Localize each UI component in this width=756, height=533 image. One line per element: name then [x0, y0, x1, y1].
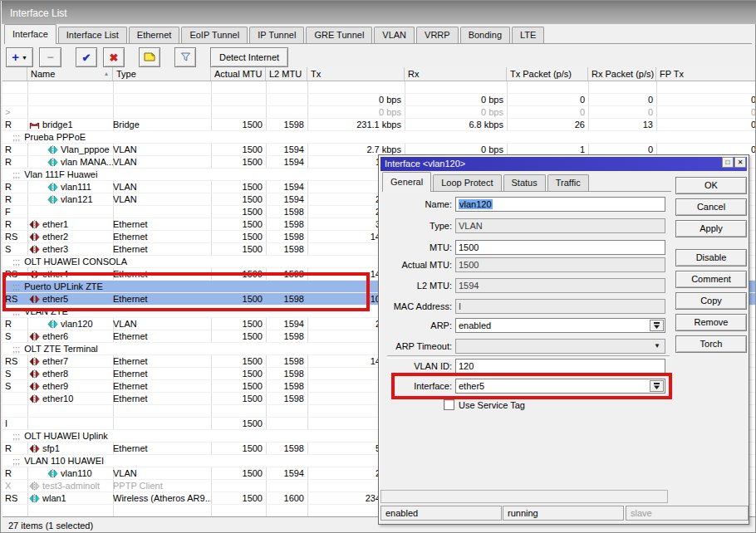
field-label-mtu: MTU: — [385, 240, 452, 255]
dropdown-button[interactable] — [650, 380, 664, 392]
apply-button[interactable]: Apply — [675, 220, 747, 237]
disable-button[interactable]: ✖ — [103, 47, 125, 67]
disable-button[interactable]: Disable — [675, 249, 747, 266]
copy-button[interactable]: Copy — [675, 292, 747, 310]
column-header-blank[interactable] — [2, 67, 27, 81]
status-slave: slave — [626, 506, 749, 521]
cell-fp_tx: 0 — [656, 119, 755, 131]
dialog-tab-traffic[interactable]: Traffic — [547, 174, 589, 191]
tab-vrrp[interactable]: VRRP — [416, 27, 459, 43]
field-vlan-id[interactable]: 120 — [455, 359, 665, 374]
cell-actual_mtu: 1500 — [211, 119, 266, 131]
ok-button[interactable]: OK — [675, 177, 747, 194]
interface-name: vlan MANA... — [61, 156, 113, 169]
field-mtu[interactable]: 1500 — [455, 240, 665, 255]
cell-actual_mtu: 1500 — [211, 231, 266, 243]
comment-marker: ;;; — [12, 456, 20, 466]
tab-interface-list[interactable]: Interface List — [58, 27, 127, 43]
cell-flag: S — [2, 330, 27, 343]
tab-eoip-tunnel[interactable]: EoIP Tunnel — [181, 27, 248, 43]
remove-button[interactable]: − — [39, 47, 61, 67]
table-row-comment-prueba-pppoe[interactable]: ;;;Prueba PPPoE — [2, 131, 755, 144]
field-value: 120 — [459, 361, 474, 371]
dialog-tab-general[interactable]: General — [382, 172, 431, 192]
field-label-vlan-id: VLAN ID: — [385, 359, 452, 374]
cell-flag: RS — [2, 355, 27, 368]
sort-ascending-icon: ▴ — [105, 67, 108, 81]
table-row[interactable]: 0 bps0 bps000 — [2, 94, 755, 106]
cell-tx: 10 — [307, 293, 380, 306]
dialog-tab-status[interactable]: Status — [503, 174, 546, 191]
use-service-tag-checkbox[interactable] — [444, 399, 454, 410]
table-row[interactable]: >0 bps0 bps000 — [2, 106, 755, 119]
cell-flag: S — [2, 368, 27, 380]
window-title: Interface List — [10, 7, 67, 19]
remove-button[interactable]: Remove — [675, 314, 747, 331]
tab-lte[interactable]: LTE — [512, 27, 544, 43]
cell-flag: R — [2, 156, 27, 169]
field-label-arp-timeout: ARP Timeout: — [385, 339, 452, 354]
tab-ip-tunnel[interactable]: IP Tunnel — [249, 27, 304, 43]
interface-name: vlan110 — [61, 467, 92, 480]
torch-button[interactable]: Torch — [675, 335, 747, 353]
tab-ethernet[interactable]: Ethernet — [129, 27, 180, 43]
vlan-icon — [47, 145, 58, 154]
comment-button[interactable] — [139, 47, 160, 67]
maximize-button[interactable]: □ — [722, 157, 734, 168]
column-header-type[interactable]: Type — [113, 67, 211, 81]
dropdown-button[interactable] — [650, 320, 664, 331]
cell-actual_mtu: 1500 — [211, 393, 266, 405]
column-header-fp-tx[interactable]: FP Tx — [656, 67, 756, 81]
dialog-tab-loop-protect[interactable]: Loop Protect — [433, 174, 501, 191]
comment-text: Puerto UPLink ZTE — [24, 281, 103, 291]
detect-internet-button[interactable]: Detect Internet — [210, 47, 288, 67]
field-interface[interactable]: ether5 — [455, 379, 665, 394]
column-header-tx-packet-p-s[interactable]: Tx Packet (p/s) — [507, 67, 588, 81]
interface-name: vlan111 — [61, 181, 91, 193]
comment-text: VLAN ZTE — [24, 306, 68, 316]
cell-l2_mtu: 1598 — [266, 243, 307, 256]
tab-gre-tunnel[interactable]: GRE Tunnel — [306, 27, 372, 43]
column-header-name[interactable]: Name▴ — [27, 67, 113, 81]
dialog-titlebar[interactable]: Interface <vlan120> — [380, 157, 747, 171]
cell-l2_mtu: 1598 — [266, 330, 307, 343]
add-button[interactable]: + ▼ — [6, 47, 33, 67]
note-icon — [144, 52, 155, 63]
dialog-footer-strip — [380, 490, 668, 503]
interface-name: ether10 — [42, 393, 73, 405]
field-value: VLAN — [459, 221, 483, 231]
column-header-tx[interactable]: Tx — [307, 67, 405, 81]
tab-bonding[interactable]: Bonding — [460, 27, 510, 43]
vlan-icon — [47, 195, 58, 204]
wireless-icon — [29, 494, 40, 503]
cell-l2_mtu: 1600 — [266, 492, 307, 505]
tab-interface[interactable]: Interface — [4, 24, 56, 44]
cell-tx: 5 — [307, 443, 380, 455]
tab-vlan[interactable]: VLAN — [374, 27, 415, 43]
field-arp[interactable]: enabled — [455, 318, 665, 333]
field-name[interactable]: vlan120 — [455, 197, 665, 212]
column-header-actual-mtu[interactable]: Actual MTU — [211, 67, 266, 81]
interface-name: vlan121 — [61, 193, 93, 206]
cell-rx_p: 0 — [588, 106, 656, 119]
filter-button[interactable] — [174, 47, 196, 67]
interface-name: ether8 — [42, 368, 68, 380]
window-titlebar[interactable]: Interface List — [2, 1, 756, 24]
ethernet-icon — [29, 382, 40, 391]
cell-flag: I — [2, 418, 27, 430]
table-row-bridge1[interactable]: Rbridge1Bridge15001598231.1 kbps6.8 kbps… — [2, 119, 755, 131]
cell-actual_mtu: 1500 — [211, 355, 266, 368]
column-header-l2-mtu[interactable]: L2 MTU — [266, 67, 307, 81]
toolbar: + ▼ − ✔ ✖ Detect Internet — [6, 46, 288, 68]
field-label-name: Name: — [385, 197, 452, 212]
close-icon[interactable]: ✕ — [734, 157, 746, 168]
interface-name: bridge1 — [42, 119, 73, 131]
comment-button[interactable]: Comment — [675, 271, 747, 288]
comment-marker: ;;; — [12, 306, 20, 316]
column-header-rx-packet-p-s[interactable]: Rx Packet (p/s) — [588, 67, 656, 81]
cell-flag: R — [2, 144, 27, 156]
column-header-rx[interactable]: Rx — [405, 67, 507, 81]
ethernet-icon — [29, 295, 40, 304]
cancel-button[interactable]: Cancel — [675, 198, 747, 216]
enable-button[interactable]: ✔ — [76, 47, 97, 67]
